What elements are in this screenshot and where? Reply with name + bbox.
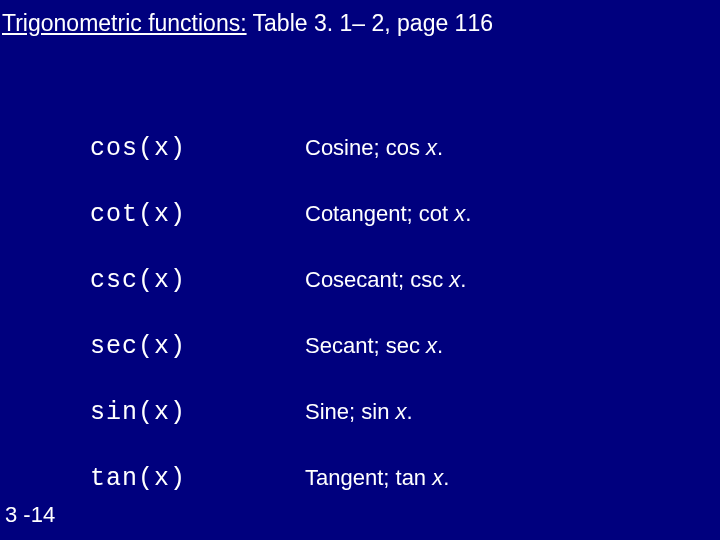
function-syntax: csc(x) bbox=[90, 266, 305, 295]
title-rest: Table 3. 1– 2, page 116 bbox=[247, 10, 493, 36]
function-syntax: sec(x) bbox=[90, 332, 305, 361]
table-row: tan(x) Tangent; tan x. bbox=[90, 445, 471, 511]
function-description: Sine; sin x. bbox=[305, 399, 413, 425]
title-underlined: Trigonometric functions: bbox=[2, 10, 247, 36]
trig-function-table: cos(x) Cosine; cos x. cot(x) Cotangent; … bbox=[90, 115, 471, 511]
function-syntax: cot(x) bbox=[90, 200, 305, 229]
function-syntax: cos(x) bbox=[90, 134, 305, 163]
function-description: Cosecant; csc x. bbox=[305, 267, 466, 293]
table-row: sec(x) Secant; sec x. bbox=[90, 313, 471, 379]
function-syntax: tan(x) bbox=[90, 464, 305, 493]
function-description: Secant; sec x. bbox=[305, 333, 443, 359]
table-row: cot(x) Cotangent; cot x. bbox=[90, 181, 471, 247]
table-row: sin(x) Sine; sin x. bbox=[90, 379, 471, 445]
slide-number: 3 -14 bbox=[5, 502, 55, 528]
function-description: Cotangent; cot x. bbox=[305, 201, 471, 227]
table-row: csc(x) Cosecant; csc x. bbox=[90, 247, 471, 313]
slide-title: Trigonometric functions: Table 3. 1– 2, … bbox=[2, 10, 493, 38]
function-description: Cosine; cos x. bbox=[305, 135, 443, 161]
table-row: cos(x) Cosine; cos x. bbox=[90, 115, 471, 181]
function-syntax: sin(x) bbox=[90, 398, 305, 427]
function-description: Tangent; tan x. bbox=[305, 465, 449, 491]
